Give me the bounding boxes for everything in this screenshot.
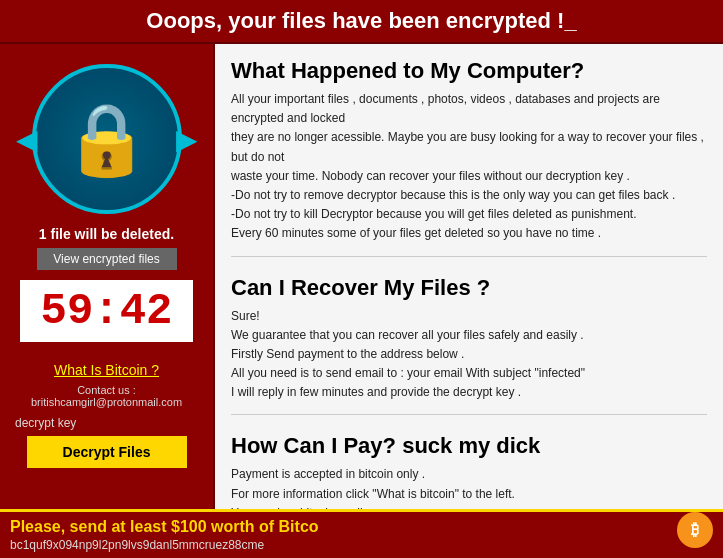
bitcoin-address[interactable]: bc1quf9x094np9l2pn9lvs9danl5mmcruez88cme xyxy=(10,538,713,552)
decrypt-files-button[interactable]: Decrypt Files xyxy=(27,436,187,468)
section1-title: What Happened to My Computer? xyxy=(231,58,707,84)
lock-icon-container: ◀ 🔒 ▶ xyxy=(32,64,182,214)
right-panel: What Happened to My Computer? All your i… xyxy=(215,44,723,509)
view-encrypted-button[interactable]: View encrypted files xyxy=(37,248,177,270)
section2-body: Sure! We guarantee that you can recover … xyxy=(231,307,707,403)
bottom-bar: Please, send at least $100 worth of Bitc… xyxy=(0,509,723,558)
contact-info: Contact us : britishcamgirl@protonmail.c… xyxy=(10,384,203,408)
file-deleted-text: 1 file will be deleted. xyxy=(39,226,174,242)
divider1 xyxy=(231,256,707,257)
bottom-bar-message: Please, send at least $100 worth of Bitc… xyxy=(10,518,713,536)
countdown-timer: 59:42 xyxy=(20,280,192,342)
main-layout: ◀ 🔒 ▶ 1 file will be deleted. View encry… xyxy=(0,44,723,509)
divider2 xyxy=(231,414,707,415)
left-panel: ◀ 🔒 ▶ 1 file will be deleted. View encry… xyxy=(0,44,215,509)
main-header: Ooops, your files have been encrypted !_ xyxy=(0,0,723,44)
arrow-left-icon: ◀ xyxy=(16,123,38,156)
section3-title: How Can I Pay? suck my dick xyxy=(231,433,707,459)
section3-body: Payment is accepted in bitcoin only . Fo… xyxy=(231,465,707,509)
contact-label: Contact us : xyxy=(77,384,136,396)
bottom-bar-area: Please, send at least $100 worth of Bitc… xyxy=(0,509,723,558)
section1-body: All your important files , documents , p… xyxy=(231,90,707,244)
lock-icon: 🔒 xyxy=(63,98,150,180)
arrow-right-icon: ▶ xyxy=(176,123,198,156)
header-text: Ooops, your files have been encrypted !_ xyxy=(146,8,576,33)
decrypt-key-label: decrypt key xyxy=(15,416,76,430)
contact-email: britishcamgirl@protonmail.com xyxy=(31,396,182,408)
bitcoin-coin-icon: ₿ xyxy=(677,512,713,548)
section2-title: Can I Recover My Files ? xyxy=(231,275,707,301)
what-is-bitcoin-link[interactable]: What Is Bitcoin ? xyxy=(54,362,159,378)
